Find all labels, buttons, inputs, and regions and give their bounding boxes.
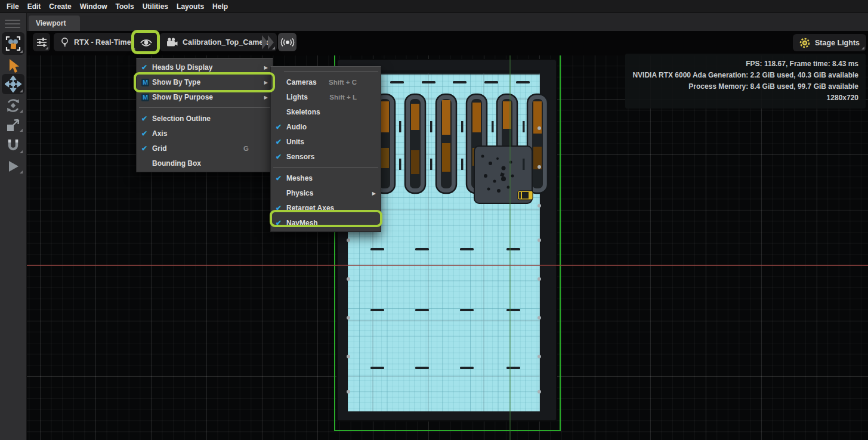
menu-item-label: Bounding Box <box>152 159 201 168</box>
show-by-type-menu: CamerasShift + CLightsShift + LSkeletons… <box>270 66 381 232</box>
move-icon <box>5 76 21 92</box>
rotate-tool[interactable] <box>2 97 24 114</box>
menu-item-label: Lights <box>286 93 308 101</box>
menu-item-label: Cameras <box>286 78 317 86</box>
menu-item-label: Axis <box>152 129 167 138</box>
mixed-state-glyph: M <box>141 94 149 101</box>
tab-bar: Viewport <box>26 13 868 31</box>
move-tool[interactable] <box>2 74 24 94</box>
menu-item-label: Retarget Axes <box>286 204 334 212</box>
menu-separator <box>273 167 378 168</box>
menu-item-label: Grid <box>152 144 167 153</box>
menu-item-grid[interactable]: ✔GridG <box>137 141 273 156</box>
mixed-state-icon: M <box>141 93 152 101</box>
menu-item-units[interactable]: ✔Units <box>271 134 381 149</box>
scale-tool[interactable] <box>2 117 24 134</box>
viewport-settings-button[interactable] <box>33 33 50 51</box>
menu-item-label: Units <box>286 138 304 146</box>
menu-item-selection-outline[interactable]: ✔Selection Outline <box>137 111 273 126</box>
magnet-icon <box>5 138 21 153</box>
visibility-menu: ✔Heads Up Display▶MShow By Type▶MShow By… <box>136 58 273 172</box>
omniverse-app: { "app": { "menubar": ["File", "Edit", "… <box>0 0 868 440</box>
selection-window-tool[interactable] <box>2 32 24 55</box>
menu-item-label: Meshes <box>286 174 313 182</box>
toolbar-expand-chevrons-icon[interactable] <box>261 34 277 51</box>
menubar-item-help[interactable]: Help <box>208 2 232 11</box>
video-camera-icon <box>166 38 178 47</box>
eye-icon <box>140 37 153 48</box>
render-engine-button[interactable]: RTX - Real-Time <box>54 33 138 51</box>
menubar-item-window[interactable]: Window <box>76 2 112 11</box>
menu-item-physics[interactable]: Physics▶ <box>271 185 381 200</box>
submenu-arrow-icon: ▶ <box>264 94 268 100</box>
scale-icon <box>5 117 21 133</box>
menu-item-bounding-box[interactable]: Bounding Box <box>137 156 273 171</box>
menubar-item-create[interactable]: Create <box>45 2 75 11</box>
play-button[interactable] <box>2 157 24 175</box>
menubar-item-edit[interactable]: Edit <box>23 2 45 11</box>
submenu-arrow-icon: ▶ <box>264 64 268 70</box>
menu-item-retarget-axes[interactable]: ✔Retarget Axes <box>271 200 381 215</box>
select-tool[interactable] <box>2 57 24 75</box>
tab-viewport-label: Viewport <box>36 19 66 27</box>
play-icon <box>6 159 20 173</box>
menu-item-show-by-purpose[interactable]: MShow By Purpose▶ <box>137 89 273 104</box>
menu-item-sensors[interactable]: ✔Sensors <box>271 149 381 164</box>
stage-lights-label: Stage Lights <box>815 39 860 47</box>
menu-item-label: Selection Outline <box>152 114 211 123</box>
menu-item-audio[interactable]: ✔Audio <box>271 119 381 134</box>
check-icon: ✔ <box>276 138 286 146</box>
hud-stat-line: 1280x720 <box>632 92 858 104</box>
sliders-icon <box>36 36 48 48</box>
submenu-arrow-icon: ▶ <box>372 190 376 196</box>
toolbar-drag-handle[interactable] <box>5 17 20 30</box>
rotate-icon <box>5 98 21 113</box>
mixed-state-glyph: M <box>141 79 149 86</box>
menu-item-label: Physics <box>286 189 313 197</box>
mixed-state-icon: M <box>141 78 152 86</box>
menu-item-axis[interactable]: ✔Axis <box>137 126 273 141</box>
camera-selector-label: Calibration_Top_Camera <box>183 38 270 47</box>
check-icon: ✔ <box>141 144 152 153</box>
menubar-item-utilities[interactable]: Utilities <box>138 2 172 11</box>
menu-item-label: NavMesh <box>286 219 318 227</box>
check-icon: ✔ <box>141 129 152 138</box>
visibility-button[interactable] <box>135 33 157 51</box>
check-icon: ✔ <box>141 114 152 123</box>
menubar-item-layouts[interactable]: Layouts <box>172 2 208 11</box>
menu-item-shortcut: G <box>243 145 249 152</box>
menu-item-heads-up-display[interactable]: ✔Heads Up Display▶ <box>137 60 273 75</box>
menu-item-label: Heads Up Display <box>152 63 212 72</box>
stage-lights-icon <box>799 38 810 48</box>
menubar-item-tools[interactable]: Tools <box>112 2 138 11</box>
check-icon: ✔ <box>276 204 286 212</box>
hud-stat-line: NVIDIA RTX 6000 Ada Generation: 2.2 GiB … <box>632 70 858 81</box>
camera-selector-button[interactable]: Calibration_Top_Camera <box>160 33 277 51</box>
snap-tool[interactable] <box>2 136 24 155</box>
audio-emitter-button[interactable] <box>278 33 296 51</box>
audio-emitter-icon <box>280 38 295 47</box>
selection-window-icon <box>4 35 22 52</box>
check-icon: ✔ <box>276 174 286 182</box>
check-icon: ✔ <box>141 63 152 72</box>
menu-item-navmesh[interactable]: ✔NavMesh <box>271 215 381 230</box>
menu-item-label: Show By Type <box>152 78 200 86</box>
menu-item-label: Sensors <box>286 153 314 161</box>
menu-item-lights[interactable]: LightsShift + L <box>271 89 381 104</box>
menubar-item-file[interactable]: File <box>2 2 23 11</box>
hud-stat-line: Process Memory: 8.4 GiB used, 99.7 GiB a… <box>632 81 858 92</box>
tab-viewport[interactable]: Viewport <box>29 16 80 31</box>
render-engine-label: RTX - Real-Time <box>74 38 131 47</box>
check-icon: ✔ <box>276 123 286 131</box>
stage-lights-button[interactable]: Stage Lights <box>793 34 866 51</box>
cursor-icon <box>6 58 20 75</box>
check-icon: ✔ <box>276 153 286 161</box>
menu-item-skeletons[interactable]: Skeletons <box>271 104 381 119</box>
menu-item-cameras[interactable]: CamerasShift + C <box>271 75 381 89</box>
menu-item-meshes[interactable]: ✔Meshes <box>271 171 381 185</box>
check-icon: ✔ <box>276 219 286 227</box>
menu-item-label: Audio <box>286 123 307 131</box>
lightbulb-icon <box>60 37 69 48</box>
menu-item-shortcut: Shift + L <box>329 94 357 101</box>
menu-item-show-by-type[interactable]: MShow By Type▶ <box>137 75 273 89</box>
